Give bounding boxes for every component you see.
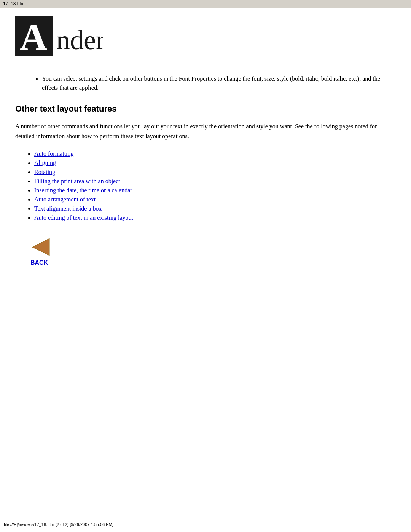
link-text-alignment[interactable]: Text alignment inside a box bbox=[34, 205, 102, 212]
tab-bar: 17_18.htm bbox=[0, 0, 411, 8]
list-item: Auto editing of text in an existing layo… bbox=[34, 214, 396, 221]
first-bullet-section: You can select settings and click on oth… bbox=[30, 74, 396, 93]
link-list: Auto formatting Aligning Rotating Fillin… bbox=[15, 150, 396, 221]
link-rotating[interactable]: Rotating bbox=[34, 169, 55, 175]
status-text: file:///E|/insiders/17_18.htm (2 of 2) [… bbox=[4, 522, 113, 527]
list-item: Rotating bbox=[34, 169, 396, 176]
intro-paragraph: A number of other commands and functions… bbox=[15, 121, 396, 141]
bullet1-text: You can select settings and click on oth… bbox=[42, 75, 380, 91]
link-auto-arrangement[interactable]: Auto arrangement of text bbox=[34, 196, 96, 203]
svg-text:nderson: nderson bbox=[56, 25, 103, 55]
list-item: Auto arrangement of text bbox=[34, 196, 396, 203]
back-link[interactable]: BACK bbox=[30, 259, 48, 266]
logo-container: A nderson bbox=[15, 16, 411, 59]
link-inserting-date[interactable]: Inserting the date, the time or a calend… bbox=[34, 187, 132, 193]
status-bar: file:///E|/insiders/17_18.htm (2 of 2) [… bbox=[0, 521, 411, 528]
list-item: Aligning bbox=[34, 160, 396, 166]
list-item: Inserting the date, the time or a calend… bbox=[34, 187, 396, 194]
tab-label: 17_18.htm bbox=[3, 1, 25, 6]
section-heading: Other text layout features bbox=[15, 104, 396, 114]
link-auto-editing[interactable]: Auto editing of text in an existing layo… bbox=[34, 214, 133, 221]
link-auto-formatting[interactable]: Auto formatting bbox=[34, 150, 74, 157]
svg-text:A: A bbox=[20, 16, 47, 58]
back-arrow-icon bbox=[30, 236, 51, 257]
svg-marker-3 bbox=[32, 238, 49, 256]
list-item: Filling the print area with an object bbox=[34, 178, 396, 185]
anderson-logo: A nderson bbox=[15, 16, 103, 58]
list-item: Auto formatting bbox=[34, 150, 396, 157]
list-item: Text alignment inside a box bbox=[34, 205, 396, 212]
link-filling[interactable]: Filling the print area with an object bbox=[34, 178, 120, 184]
link-aligning[interactable]: Aligning bbox=[34, 160, 56, 166]
page-content: You can select settings and click on oth… bbox=[0, 67, 411, 297]
back-section: BACK bbox=[30, 236, 396, 266]
